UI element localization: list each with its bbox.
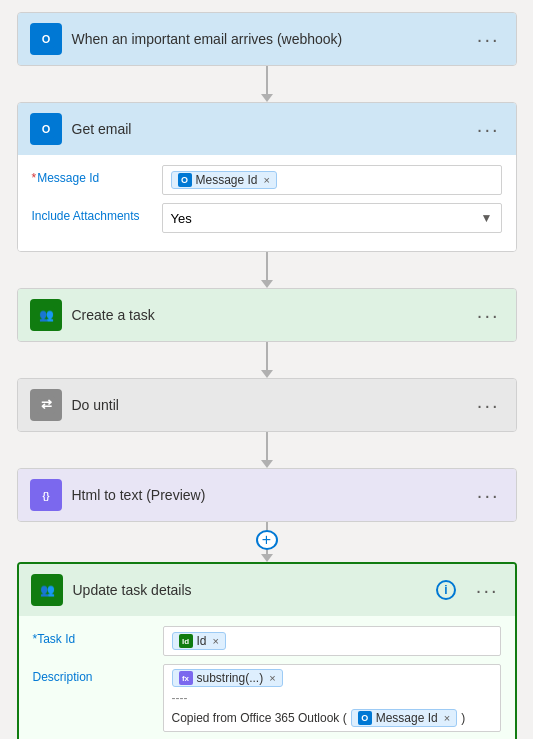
- description-row: Description fx substring(...) × ----: [33, 664, 501, 732]
- step-get-email-icon: O: [30, 113, 62, 145]
- step-create-task: 👥 Create a task ···: [17, 288, 517, 342]
- update-task-title: Update task details: [73, 582, 426, 598]
- flow-container: O When an important email arrives (webho…: [12, 12, 521, 739]
- message-id-value[interactable]: O Message Id ×: [162, 165, 502, 195]
- update-task-header: 👥 Update task details i ···: [19, 564, 515, 616]
- description-input[interactable]: fx substring(...) × ---- Copied from Off…: [163, 664, 501, 732]
- step-html-to-text: {} Html to text (Preview) ···: [17, 468, 517, 522]
- message-id-desc-token: O Message Id ×: [351, 709, 457, 727]
- step-webhook-title: When an important email arrives (webhook…: [72, 31, 463, 47]
- message-id-desc-token-close[interactable]: ×: [444, 712, 450, 724]
- arrow-1-line: [266, 66, 268, 94]
- step-get-email-header: O Get email ···: [18, 103, 516, 155]
- task-id-input[interactable]: Id Id ×: [163, 626, 501, 656]
- desc-dashes: ----: [172, 691, 466, 705]
- update-task-body: *Task Id Id Id × Description: [19, 616, 515, 739]
- message-id-token-close[interactable]: ×: [264, 174, 270, 186]
- step-do-until: ⇄ Do until ···: [17, 378, 517, 432]
- step-html-to-text-title: Html to text (Preview): [72, 487, 463, 503]
- task-id-token-icon: Id: [179, 634, 193, 648]
- arrow-3: [261, 342, 273, 378]
- update-task-more-button[interactable]: ···: [472, 580, 503, 600]
- update-task-info-icon[interactable]: i: [436, 580, 456, 600]
- svg-text:👥: 👥: [39, 582, 54, 597]
- arrow-plus-line-top: [266, 522, 268, 530]
- substring-token-icon: fx: [179, 671, 193, 685]
- step-do-until-icon: ⇄: [30, 389, 62, 421]
- task-id-token: Id Id ×: [172, 632, 226, 650]
- step-get-email: O Get email ··· Message Id O Message Id …: [17, 102, 517, 252]
- description-label: Description: [33, 664, 153, 684]
- svg-text:⇄: ⇄: [40, 397, 51, 412]
- task-id-value[interactable]: Id Id ×: [163, 626, 501, 656]
- arrow-2-line: [266, 252, 268, 280]
- step-get-email-title: Get email: [72, 121, 463, 137]
- substring-token-close[interactable]: ×: [269, 672, 275, 684]
- message-id-token-text: Message Id: [196, 173, 258, 187]
- arrow-2: [261, 252, 273, 288]
- include-attachments-arrow: ▼: [481, 211, 493, 225]
- arrow-3-head: [261, 370, 273, 378]
- step-webhook: O When an important email arrives (webho…: [17, 12, 517, 66]
- arrow-plus: +: [256, 522, 278, 562]
- step-html-to-text-more-button[interactable]: ···: [473, 485, 504, 505]
- description-content: ---- Copied from Office 365 Outlook ( O …: [172, 691, 466, 727]
- include-attachments-label: Include Attachments: [32, 203, 152, 223]
- include-attachments-select[interactable]: Yes ▼: [162, 203, 502, 233]
- update-task-card: 👥 Update task details i ··· *Task Id Id …: [17, 562, 517, 739]
- arrow-4-head: [261, 460, 273, 468]
- step-get-email-more-button[interactable]: ···: [473, 119, 504, 139]
- task-id-token-text: Id: [197, 634, 207, 648]
- task-id-row: *Task Id Id Id ×: [33, 626, 501, 656]
- update-task-icon: 👥: [31, 574, 63, 606]
- substring-token-text: substring(...): [197, 671, 264, 685]
- step-create-task-header: 👥 Create a task ···: [18, 289, 516, 341]
- arrow-plus-head: [261, 554, 273, 562]
- description-value[interactable]: fx substring(...) × ---- Copied from Off…: [163, 664, 501, 732]
- desc-text: Copied from Office 365 Outlook (: [172, 711, 347, 725]
- include-attachments-value[interactable]: Yes ▼: [162, 203, 502, 233]
- arrow-3-line: [266, 342, 268, 370]
- arrow-4-line: [266, 432, 268, 460]
- step-do-until-more-button[interactable]: ···: [473, 395, 504, 415]
- svg-text:O: O: [41, 123, 50, 135]
- arrow-4: [261, 432, 273, 468]
- desc-inline: Copied from Office 365 Outlook ( O Messa…: [172, 709, 466, 727]
- message-id-desc-token-text: Message Id: [376, 711, 438, 725]
- include-attachments-row: Include Attachments Yes ▼: [32, 203, 502, 233]
- substring-token: fx substring(...) ×: [172, 669, 283, 687]
- task-id-token-close[interactable]: ×: [213, 635, 219, 647]
- step-html-to-text-icon: {}: [30, 479, 62, 511]
- message-id-input[interactable]: O Message Id ×: [162, 165, 502, 195]
- arrow-2-head: [261, 280, 273, 288]
- step-create-task-icon: 👥: [30, 299, 62, 331]
- step-html-to-text-header: {} Html to text (Preview) ···: [18, 469, 516, 521]
- step-create-task-more-button[interactable]: ···: [473, 305, 504, 325]
- svg-text:{}: {}: [42, 491, 50, 501]
- message-id-row: Message Id O Message Id ×: [32, 165, 502, 195]
- step-webhook-icon: O: [30, 23, 62, 55]
- svg-text:O: O: [41, 33, 50, 45]
- step-webhook-more-button[interactable]: ···: [473, 29, 504, 49]
- message-id-desc-token-icon: O: [358, 711, 372, 725]
- include-attachments-val: Yes: [171, 211, 192, 226]
- svg-text:👥: 👥: [38, 307, 53, 322]
- message-id-label: Message Id: [32, 165, 152, 185]
- step-do-until-header: ⇄ Do until ···: [18, 379, 516, 431]
- step-create-task-title: Create a task: [72, 307, 463, 323]
- arrow-1-head: [261, 94, 273, 102]
- add-step-button[interactable]: +: [256, 530, 278, 550]
- task-id-label: *Task Id: [33, 626, 153, 646]
- message-id-token-icon: O: [178, 173, 192, 187]
- step-webhook-header: O When an important email arrives (webho…: [18, 13, 516, 65]
- step-do-until-title: Do until: [72, 397, 463, 413]
- step-get-email-body: Message Id O Message Id × Include Attach…: [18, 155, 516, 251]
- desc-suffix: ): [461, 711, 465, 725]
- arrow-1: [261, 66, 273, 102]
- message-id-token: O Message Id ×: [171, 171, 277, 189]
